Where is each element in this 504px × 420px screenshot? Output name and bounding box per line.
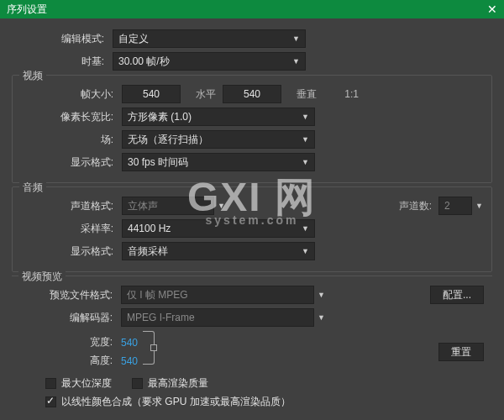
- fields-dropdown[interactable]: 无场（逐行扫描） ▼: [122, 130, 315, 149]
- chevron-down-icon: ▼: [302, 158, 309, 166]
- linear-color-label: 以线性颜色合成（要求 GPU 加速或最高渲染品质）: [61, 395, 291, 409]
- chevron-down-icon: ▼: [302, 135, 309, 144]
- timebase-dropdown[interactable]: 30.00 帧/秒 ▼: [113, 52, 306, 71]
- close-icon[interactable]: ✕: [487, 3, 497, 16]
- chevron-down-icon: ▼: [318, 291, 325, 299]
- chevron-down-icon: ▼: [475, 202, 483, 210]
- titlebar: 序列设置 ✕: [0, 0, 504, 18]
- frame-height-input[interactable]: 540: [223, 85, 281, 103]
- timebase-label: 时基:: [12, 55, 113, 69]
- link-dimensions-icon[interactable]: [143, 331, 155, 365]
- chevron-down-icon: ▼: [318, 313, 325, 322]
- sample-rate-label: 采样率:: [21, 222, 122, 236]
- aspect-label: 1:1: [323, 88, 365, 100]
- edit-mode-dropdown[interactable]: 自定义 ▼: [113, 29, 306, 48]
- max-render-quality-checkbox[interactable]: [132, 378, 143, 389]
- audio-display-format-dropdown[interactable]: 音频采样 ▼: [122, 242, 315, 260]
- par-label: 像素长宽比:: [21, 110, 122, 124]
- reset-button[interactable]: 重置: [438, 343, 484, 361]
- edit-mode-label: 编辑模式:: [12, 32, 113, 46]
- par-dropdown[interactable]: 方形像素 (1.0) ▼: [122, 108, 315, 126]
- preview-file-format-label: 预览文件格式:: [20, 288, 121, 302]
- horiz-label: 水平: [181, 87, 223, 102]
- codec-label: 编解码器:: [20, 311, 121, 325]
- codec-dropdown[interactable]: MPEG I-Frame: [121, 308, 314, 327]
- channel-format-label: 声道格式:: [21, 199, 122, 213]
- channels-dropdown[interactable]: 2: [438, 197, 472, 215]
- chevron-down-icon: ▼: [292, 34, 300, 43]
- channel-format-dropdown[interactable]: 立体声: [122, 197, 214, 215]
- max-render-quality-label: 最高渲染质量: [148, 376, 208, 391]
- configure-button[interactable]: 配置...: [430, 286, 484, 304]
- window-title: 序列设置: [7, 3, 47, 17]
- frame-size-label: 帧大小:: [21, 87, 122, 102]
- video-display-format-label: 显示格式:: [21, 155, 122, 170]
- preview-group: 视频预览 预览文件格式: 仅 I 帧 MPEG ▼ 配置... 编解码器: MP…: [12, 276, 492, 409]
- preview-height-value[interactable]: 540: [121, 355, 138, 367]
- audio-legend: 音频: [19, 181, 46, 195]
- chevron-down-icon: ▼: [302, 247, 309, 255]
- preview-width-label: 宽度:: [20, 335, 121, 349]
- video-legend: 视频: [19, 69, 46, 83]
- max-bit-depth-checkbox[interactable]: [45, 378, 56, 389]
- preview-legend: 视频预览: [18, 270, 66, 284]
- content: 编辑模式: 自定义 ▼ 时基: 30.00 帧/秒 ▼ 视频 帧大小: 540 …: [0, 18, 504, 417]
- video-group: 视频 帧大小: 540 水平 540 垂直 1:1 像素长宽比: 方形像素 (1…: [12, 75, 492, 183]
- preview-width-value[interactable]: 540: [121, 337, 138, 349]
- preview-height-label: 高度:: [20, 354, 121, 368]
- audio-display-format-label: 显示格式:: [21, 244, 122, 259]
- chevron-down-icon: ▼: [292, 57, 300, 66]
- chevron-down-icon: ▼: [302, 113, 309, 121]
- video-display-format-dropdown[interactable]: 30 fps 时间码 ▼: [122, 153, 315, 171]
- vert-label: 垂直: [281, 87, 323, 102]
- frame-width-input[interactable]: 540: [122, 85, 181, 103]
- max-bit-depth-label: 最大位深度: [61, 376, 112, 391]
- fields-label: 场:: [21, 133, 122, 147]
- chevron-down-icon: ▼: [218, 202, 225, 210]
- audio-group: 音频 声道格式: 立体声 ▼ 声道数: 2 ▼ 采样率: 44100 Hz ▼ …: [12, 186, 492, 272]
- linear-color-checkbox[interactable]: [45, 396, 56, 407]
- preview-file-format-dropdown[interactable]: 仅 I 帧 MPEG: [121, 286, 314, 304]
- chevron-down-icon: ▼: [302, 224, 309, 233]
- sample-rate-dropdown[interactable]: 44100 Hz ▼: [122, 219, 315, 238]
- channels-label: 声道数:: [399, 199, 438, 213]
